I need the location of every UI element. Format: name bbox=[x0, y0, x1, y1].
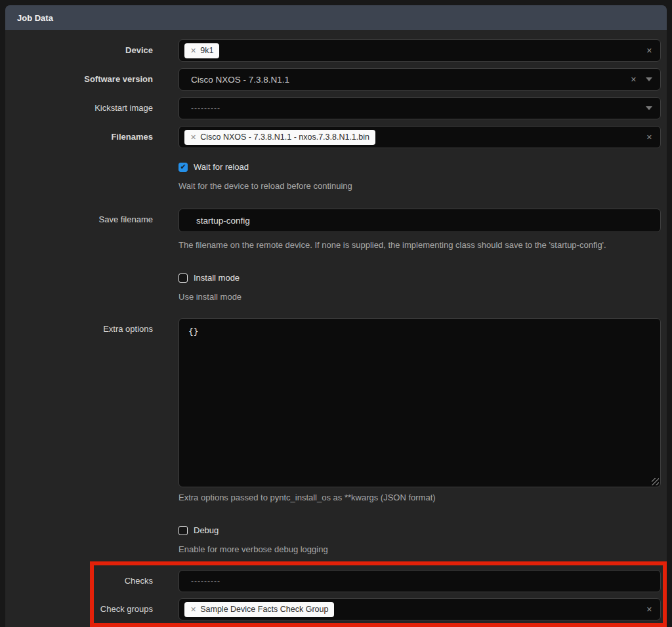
checks-placeholder: --------- bbox=[184, 576, 220, 586]
software-version-label: Software version bbox=[5, 68, 153, 84]
clear-icon[interactable]: ✕ bbox=[631, 76, 637, 83]
device-label: Device bbox=[5, 39, 153, 55]
clear-icon[interactable]: ✕ bbox=[646, 134, 652, 141]
install-mode-help: Use install mode bbox=[178, 292, 661, 302]
debug-help: Enable for more verbose debug logging bbox=[178, 544, 661, 554]
chevron-down-icon[interactable] bbox=[646, 77, 652, 81]
install-mode-checkbox[interactable] bbox=[178, 273, 188, 283]
panel-title: Job Data bbox=[17, 13, 53, 23]
job-data-panel: Job Data Device ✕9k1 ✕ Software version … bbox=[5, 5, 667, 627]
device-multiselect[interactable]: ✕9k1 ✕ bbox=[178, 39, 661, 62]
install-mode-label[interactable]: Install mode bbox=[194, 273, 240, 283]
debug-label[interactable]: Debug bbox=[194, 525, 219, 535]
check-groups-tag: ✕Sample Device Facts Check Group bbox=[184, 602, 334, 617]
filenames-tag-label: Cisco NXOS - 7.3.8.N1.1 - nxos.7.3.8.N1.… bbox=[200, 132, 369, 142]
debug-group: Debug Enable for more verbose debug logg… bbox=[5, 525, 667, 554]
clear-icon[interactable]: ✕ bbox=[646, 606, 652, 613]
panel-header: Job Data bbox=[5, 5, 667, 30]
filenames-field-row: Filenames ✕Cisco NXOS - 7.3.8.N1.1 - nxo… bbox=[5, 126, 667, 148]
chevron-down-icon[interactable] bbox=[646, 106, 652, 110]
filenames-multiselect[interactable]: ✕Cisco NXOS - 7.3.8.N1.1 - nxos.7.3.8.N1… bbox=[178, 126, 661, 148]
job-form: Device ✕9k1 ✕ Software version Cisco NXO… bbox=[5, 30, 667, 620]
extra-options-field-row: Extra options {} Extra options passed to… bbox=[5, 318, 667, 502]
install-mode-group: Install mode Use install mode bbox=[5, 273, 667, 302]
checks-multiselect[interactable]: --------- bbox=[178, 570, 661, 592]
save-filename-value: startup-config bbox=[196, 216, 250, 226]
extra-options-help: Extra options passed to pyntc_install_os… bbox=[178, 493, 661, 502]
extra-options-value: {} bbox=[188, 327, 199, 336]
device-field-row: Device ✕9k1 ✕ bbox=[5, 39, 667, 62]
software-version-select[interactable]: Cisco NXOS - 7.3.8.N1.1 ✕ bbox=[178, 68, 661, 91]
wait-for-reload-checkbox[interactable]: ✔ bbox=[178, 163, 188, 172]
save-filename-help: The filename on the remote device. If no… bbox=[178, 240, 661, 250]
wait-for-reload-label[interactable]: Wait for reload bbox=[194, 162, 249, 172]
clear-icon[interactable]: ✕ bbox=[646, 47, 652, 54]
device-tag-label: 9k1 bbox=[200, 46, 213, 55]
filenames-tag: ✕Cisco NXOS - 7.3.8.N1.1 - nxos.7.3.8.N1… bbox=[184, 130, 375, 145]
device-tag: ✕9k1 bbox=[184, 43, 219, 58]
tag-remove-icon[interactable]: ✕ bbox=[190, 47, 196, 55]
software-version-value: Cisco NXOS - 7.3.8.N1.1 bbox=[184, 75, 289, 85]
tag-remove-icon[interactable]: ✕ bbox=[190, 605, 196, 614]
check-groups-field-row: Check groups ✕Sample Device Facts Check … bbox=[5, 598, 667, 620]
filenames-label: Filenames bbox=[5, 126, 153, 142]
checks-field-row: Checks --------- bbox=[5, 570, 667, 592]
check-groups-label: Check groups bbox=[5, 598, 153, 614]
kickstart-image-select[interactable]: --------- bbox=[178, 97, 661, 119]
resize-handle[interactable] bbox=[652, 478, 659, 485]
save-filename-label: Save filename bbox=[5, 209, 153, 224]
extra-options-textarea[interactable]: {} bbox=[178, 318, 661, 487]
save-filename-input[interactable]: startup-config bbox=[178, 209, 661, 232]
checks-label: Checks bbox=[5, 570, 153, 586]
extra-options-label: Extra options bbox=[5, 318, 153, 334]
tag-remove-icon[interactable]: ✕ bbox=[190, 133, 196, 142]
save-filename-field-row: Save filename startup-config The filenam… bbox=[5, 209, 667, 250]
kickstart-image-label: Kickstart image bbox=[5, 97, 153, 113]
kickstart-image-placeholder: --------- bbox=[184, 104, 220, 113]
software-version-field-row: Software version Cisco NXOS - 7.3.8.N1.1… bbox=[5, 68, 667, 91]
wait-for-reload-group: ✔ Wait for reload Wait for the device to… bbox=[5, 162, 667, 191]
check-groups-multiselect[interactable]: ✕Sample Device Facts Check Group ✕ bbox=[178, 598, 661, 620]
debug-checkbox[interactable] bbox=[178, 526, 188, 535]
kickstart-image-field-row: Kickstart image --------- bbox=[5, 97, 667, 119]
check-groups-tag-label: Sample Device Facts Check Group bbox=[200, 605, 328, 614]
wait-for-reload-help: Wait for the device to reload before con… bbox=[178, 181, 661, 191]
